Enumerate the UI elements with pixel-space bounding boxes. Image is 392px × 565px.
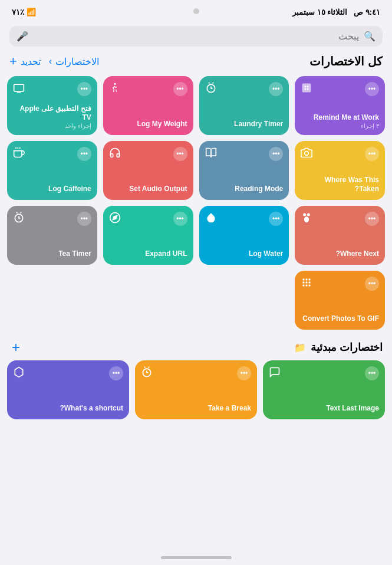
shortcut-card-take-a-break[interactable]: ••• Take a Break <box>135 360 257 419</box>
card-label-text-last-image: Text Last Image <box>269 404 379 413</box>
card-menu-button-where-next[interactable]: ••• <box>365 212 379 226</box>
add-starter-button[interactable]: + <box>9 339 22 356</box>
card-menu-button-where-was-this-taken[interactable]: ••• <box>365 147 379 161</box>
card-header: ••• <box>13 366 123 381</box>
shortcut-card-expand-url[interactable]: ••• Expand URL <box>103 206 193 265</box>
svg-rect-2 <box>307 86 309 88</box>
card-icon-open-app-tv <box>13 82 25 97</box>
card-menu-button-set-audio-output[interactable]: ••• <box>173 147 187 161</box>
card-sub-remind-me-at-work: ٣ إجراء <box>301 123 379 129</box>
status-left: ٧١٪ 📶 <box>12 8 36 17</box>
chevron-right-icon: › <box>49 56 52 67</box>
shortcut-card-set-audio-output[interactable]: ••• Set Audio Output <box>103 141 193 200</box>
card-menu-button-take-a-break[interactable]: ••• <box>237 366 251 380</box>
svg-point-23 <box>303 278 305 280</box>
card-label-log-water: Log Water <box>205 249 284 259</box>
select-button[interactable]: تحديد <box>21 56 41 67</box>
card-menu-button-expand-url[interactable]: ••• <box>173 212 187 226</box>
status-right: ٩:٤١ ص الثلاثاء ١٥ سبتمبر <box>292 8 380 17</box>
card-label-convert-photos-gif: Convert Photos To GIF <box>301 314 379 324</box>
card-header: ••• <box>205 212 284 226</box>
search-input[interactable] <box>33 31 359 42</box>
card-menu-button-laundry-timer[interactable]: ••• <box>269 82 283 96</box>
shortcut-card-tea-timer[interactable]: ••• Tea Timer <box>7 206 97 265</box>
svg-point-31 <box>309 284 311 286</box>
page-header: كل الاختصارات الاختصارات › تحديد + <box>0 51 392 76</box>
svg-point-26 <box>303 281 305 283</box>
shortcut-card-reading-mode[interactable]: ••• Reading Mode <box>199 141 289 200</box>
card-header: ••• <box>205 147 284 162</box>
mic-icon[interactable]: 🎤 <box>17 31 28 42</box>
card-menu-button-log-caffeine[interactable]: ••• <box>77 147 91 161</box>
shortcut-card-open-app-tv[interactable]: ••• فتح التطبيق على Apple TV إجراء واحد <box>7 76 97 135</box>
svg-line-21 <box>17 212 18 213</box>
svg-rect-0 <box>302 84 311 93</box>
starter-section-header: اختصارات مبدئية 📁 + <box>0 330 392 360</box>
shortcut-card-log-caffeine[interactable]: ••• Log Caffeine <box>7 141 97 200</box>
card-icon-laundry-timer <box>205 82 217 97</box>
card-header: ••• <box>141 366 251 381</box>
card-header: ••• <box>301 277 379 291</box>
shortcut-card-log-my-weight[interactable]: ••• Log My Weight <box>103 76 193 135</box>
card-menu-button-reading-mode[interactable]: ••• <box>269 147 283 161</box>
svg-point-17 <box>304 216 309 222</box>
search-bar-container: 🎤 🔍 <box>0 21 392 51</box>
card-header: ••• <box>301 212 379 226</box>
card-label-where-next: Where Next? <box>301 249 379 259</box>
card-menu-button-text-last-image[interactable]: ••• <box>365 366 379 380</box>
card-icon-log-caffeine <box>13 147 25 162</box>
card-label-log-my-weight: Log My Weight <box>109 120 187 129</box>
card-menu-button-remind-me-at-work[interactable]: ••• <box>365 82 379 96</box>
card-header: ••• <box>13 147 91 162</box>
svg-line-7 <box>212 83 213 84</box>
svg-line-6 <box>208 83 209 84</box>
shortcut-card-text-last-image[interactable]: ••• Text Last Image <box>263 360 385 419</box>
add-shortcut-button[interactable]: + <box>9 54 17 69</box>
card-header: ••• <box>13 212 91 226</box>
card-header: ••• <box>109 212 187 226</box>
shortcut-card-where-was-this-taken[interactable]: ••• Where Was This Taken? <box>295 141 385 200</box>
header-actions: الاختصارات › تحديد + <box>9 54 99 69</box>
card-label-expand-url: Expand URL <box>109 249 187 259</box>
shortcut-card-log-water[interactable]: ••• Log Water <box>199 206 289 265</box>
search-bar[interactable]: 🎤 🔍 <box>9 26 383 47</box>
card-header: ••• <box>205 82 284 97</box>
page-title: كل الاختصارات <box>309 54 383 68</box>
card-header: ••• <box>301 82 379 97</box>
card-menu-button-log-water[interactable]: ••• <box>269 212 283 226</box>
svg-point-15 <box>303 213 306 216</box>
svg-marker-19 <box>113 215 117 219</box>
card-icon-take-a-break <box>141 366 153 381</box>
svg-rect-9 <box>14 84 24 91</box>
card-menu-button-convert-photos-gif[interactable]: ••• <box>365 277 379 291</box>
card-header: ••• <box>109 82 187 97</box>
card-menu-button-log-my-weight[interactable]: ••• <box>173 82 187 96</box>
svg-point-25 <box>309 278 311 280</box>
card-header: ••• <box>13 82 91 97</box>
card-header: ••• <box>109 147 187 162</box>
date: الثلاثاء ١٥ سبتمبر <box>292 8 347 17</box>
svg-point-11 <box>305 152 309 156</box>
card-icon-log-my-weight <box>109 82 121 97</box>
card-sub-open-app-tv: إجراء واحد <box>13 123 91 129</box>
card-menu-button-open-app-tv[interactable]: ••• <box>77 82 91 96</box>
svg-rect-4 <box>307 88 309 90</box>
shortcut-card-remind-me-at-work[interactable]: ••• Remind Me at Work ٣ إجراء <box>295 76 385 135</box>
card-label-log-caffeine: Log Caffeine <box>13 185 91 194</box>
card-label-remind-me-at-work: Remind Me at Work <box>301 113 379 123</box>
folder-icon: 📁 <box>294 342 306 353</box>
card-header: ••• <box>301 147 379 162</box>
card-menu-button-tea-timer[interactable]: ••• <box>77 212 91 226</box>
shortcut-card-convert-photos-gif[interactable]: ••• Convert Photos To GIF <box>295 271 385 330</box>
card-menu-button-whats-a-shortcut[interactable]: ••• <box>109 366 123 380</box>
shortcut-card-laundry-timer[interactable]: ••• Laundry Timer <box>199 76 289 135</box>
shortcut-card-whats-a-shortcut[interactable]: ••• What's a shortcut? <box>7 360 129 419</box>
svg-point-28 <box>309 281 311 283</box>
shortcut-card-where-next[interactable]: ••• Where Next? <box>295 206 385 265</box>
card-label-open-app-tv: فتح التطبيق على Apple TV <box>13 104 91 123</box>
svg-line-33 <box>144 367 146 368</box>
search-icon: 🔍 <box>364 31 375 42</box>
card-icon-remind-me-at-work <box>301 82 312 97</box>
card-icon-log-water <box>205 212 217 226</box>
card-icon-set-audio-output <box>109 147 121 162</box>
